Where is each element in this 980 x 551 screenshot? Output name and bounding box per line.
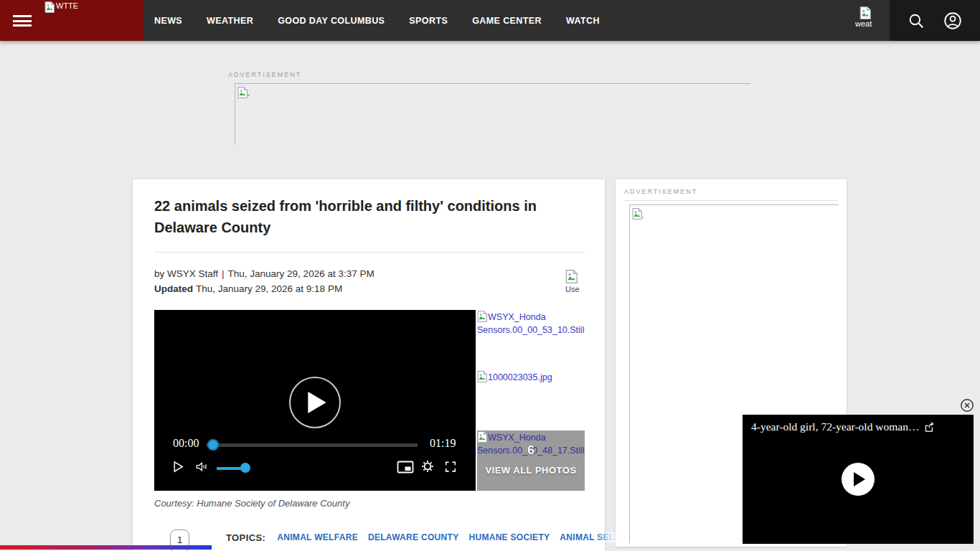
hamburger-menu-icon[interactable] [13,15,32,27]
station-logo-alt-text: WTTE [56,1,78,10]
nav-item-good-day-columbus[interactable]: GOOD DAY COLUMBUS [278,16,385,26]
topic-link-animal-welfare[interactable]: ANIMAL WELFARE [277,532,358,542]
photo-gallery-thumbs: WSYX_Honda Sensors.00_00_53_10.Still003.… [477,310,585,491]
broken-image-icon [237,87,248,98]
article-headline: 22 animals seized from 'horrible and fil… [154,195,569,238]
fullscreen-icon[interactable] [443,460,458,474]
page-progress-bar [0,545,212,550]
nav-item-weather[interactable]: WEATHER [207,16,253,26]
article-card: 22 animals seized from 'horrible and fil… [133,179,605,551]
broken-image-icon [477,371,487,382]
volume-icon[interactable] [194,460,209,474]
photo-caption: Courtesy: Humane Society of Delaware Cou… [154,498,349,509]
header-utility-panel [890,0,980,41]
top-ad-broken-image[interactable]: - [235,83,750,145]
account-icon [943,11,963,31]
topic-link-animal-seizure[interactable]: ANIMAL SEIZURE [560,532,620,542]
nav-item-news[interactable]: NEWS [154,16,182,26]
floating-video-player[interactable]: 4-year-old girl, 72-year-old woman… [743,415,974,544]
sidebar-ad-label: ADVERTISEMENT [624,188,697,195]
avatar-alt-text: Use [565,285,585,293]
updated-line: UpdatedThu, January 29, 2026 at 9:18 PM [154,283,342,294]
published-timestamp: Thu, January 29, 2026 at 3:37 PM [228,268,374,279]
top-ad-alt-text: - [248,90,250,98]
topic-link-delaware-county[interactable]: DELAWARE COUNTY [368,532,459,542]
account-button[interactable] [943,11,963,31]
topics-label: TOPICS: [226,532,265,543]
floating-video-title: 4-year-old girl, 72-year-old woman… [751,420,919,433]
logo-block: WTTE [0,0,143,41]
byline-separator: | [222,268,225,279]
author-avatar-broken-image: Use [565,270,585,293]
headline-divider [154,252,585,253]
video-progress-handle[interactable] [207,439,219,451]
broken-image-icon [477,431,487,443]
volume-slider-handle[interactable] [240,463,250,473]
search-icon [907,11,925,30]
byline-author: by WSYX Staff [154,268,218,279]
broken-image-icon [565,270,578,283]
play-icon [854,472,865,486]
broken-image-icon [477,311,487,322]
byline: by WSYX Staff|Thu, January 29, 2026 at 3… [154,268,374,279]
settings-gear-icon[interactable] [420,459,435,474]
view-all-photos-label: VIEW ALL PHOTOS [477,465,585,476]
video-duration: 01:19 [430,437,456,450]
top-nav-bar: WTTE NEWS WEATHER GOOD DAY COLUMBUS SPOR… [0,0,980,41]
nav-item-sports[interactable]: SPORTS [409,16,448,26]
floating-video-close-button[interactable] [960,398,974,413]
video-player[interactable]: 00:00 01:19 [154,310,476,491]
weather-widget-alt-text: weat [855,19,872,28]
gallery-thumb-1[interactable]: WSYX_Honda Sensors.00_00_53_10.Still003.… [477,310,585,369]
broken-image-icon [632,208,642,220]
picture-in-picture-icon[interactable] [397,461,414,474]
video-current-time: 00:00 [173,437,199,450]
topic-link-humane-society[interactable]: HUMANE SOCIETY [468,532,550,542]
gallery-thumb-2[interactable]: 1000023035.jpg [477,370,585,429]
video-big-play-button[interactable] [289,377,341,428]
sidebar-ad-alt-text: . [642,212,644,220]
sidebar-ad-divider [624,200,838,201]
share-icon[interactable] [924,421,936,433]
weather-widget[interactable]: weat [855,6,885,35]
nav-item-watch[interactable]: WATCH [566,16,600,26]
close-icon [960,398,974,413]
thumb-alt-text: 1000023035.jpg [488,372,552,382]
station-logo[interactable]: WTTE [44,1,78,13]
play-button-icon[interactable] [171,460,185,474]
play-icon [308,392,326,413]
photo-count: 6 [477,443,585,458]
broken-image-icon [859,6,871,19]
top-ad-label: ADVERTISEMENT [228,71,301,78]
updated-timestamp: Thu, January 29, 2026 at 9:18 PM [196,283,342,294]
thumb-alt-text: WSYX_Honda Sensors.00_00_53_10.Still003.… [477,312,585,335]
video-progress-bar[interactable] [207,443,418,447]
search-button[interactable] [907,11,925,30]
broken-image-icon [44,1,55,13]
gallery-view-all-tile[interactable]: WSYX_Honda Sensors.00_00_48_17.Still002.… [477,430,585,491]
nav-item-game-center[interactable]: GAME CENTER [472,16,542,26]
updated-label: Updated [154,283,193,294]
main-navigation: NEWS WEATHER GOOD DAY COLUMBUS SPORTS GA… [154,0,600,41]
floating-video-play-button[interactable] [842,463,875,496]
topics-bar: TOPICS: ANIMAL WELFARE DELAWARE COUNTY H… [226,531,643,544]
